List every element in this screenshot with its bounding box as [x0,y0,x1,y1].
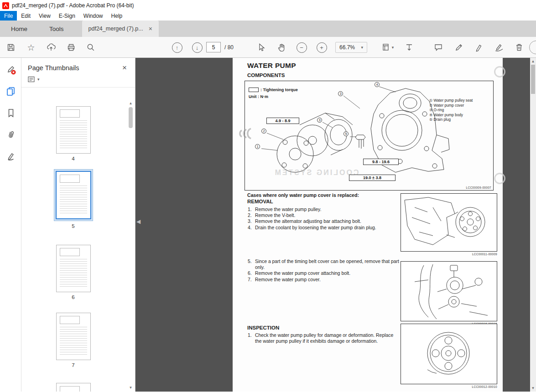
comment-button[interactable] [431,40,446,55]
figure-caption: LCC00009-00007 [466,186,491,189]
sidebar-item-signatures[interactable] [4,149,18,163]
page-display-button[interactable]: ▾ [378,40,398,55]
panel-collapse-icon[interactable]: ◀ [136,218,141,225]
tab-document[interactable]: pdf24_merged (7).p... × [82,21,159,37]
bleed-through-mark [234,126,255,141]
scrolling-mode-button[interactable] [401,40,417,55]
section-heading: Cases where only water pump cover is rep… [247,192,359,198]
delete-pages-button[interactable] [511,40,527,55]
scrollbar-thumb[interactable] [129,107,133,128]
minus-icon: − [297,42,307,53]
thumbnail-page-8[interactable] [21,383,125,392]
tab-home[interactable]: Home [0,21,38,37]
arrow-down-icon: ↓ [192,42,203,53]
step-item: 6.Remove the water pump cover attaching … [248,270,401,276]
removal-steps-1-4: 1.Remove the water pump pulley. 2.Remove… [248,206,401,231]
page-thumbnails-panel: Page Thumbnails × ▾ 4 5 [21,58,135,392]
thumbnail-page-7[interactable]: 7 [21,313,125,368]
step-item: 2.Remove the V-belt. [248,212,401,218]
menu-window[interactable]: Window [79,11,107,21]
pencil-icon [454,43,463,52]
step-item: 5.Since a part of the timing belt cover … [248,258,401,270]
parts-list: ① Water pump pulley seat ② Water pump co… [429,98,473,123]
close-icon[interactable]: × [149,25,152,32]
removal-steps-5-7: 5.Since a part of the timing belt cover … [248,258,401,283]
page-thumbnails-icon [5,86,16,97]
page-count-label: / 80 [224,44,234,51]
chevron-down-icon: ▾ [37,77,40,82]
part-item: ① Water pump pulley seat [429,98,473,103]
thumbnail-page-4[interactable]: 4 [21,106,125,161]
more-tools-icon[interactable] [529,41,536,54]
menu-view[interactable]: View [35,11,55,21]
plus-icon: + [317,42,327,53]
close-icon[interactable]: × [122,64,127,72]
scroll-down-icon[interactable]: ▼ [530,386,536,390]
page-number-input[interactable] [206,42,221,52]
step-text: Since a part of the timing belt cover ca… [255,258,401,270]
select-tool-button[interactable] [254,40,269,55]
favorite-button[interactable]: ☆ [23,40,39,55]
callout-number: 1 [255,144,260,149]
share-button[interactable] [43,40,59,55]
panel-divider [21,87,135,88]
figure-2-sketch [401,262,498,322]
step-item: 7.Remove the water pump cover. [248,277,401,283]
legend-unit: Unit : N·m [249,94,268,99]
thumbnail-page-6[interactable]: 6 [21,245,125,300]
edit-pdf-button[interactable] [451,40,467,55]
menu-esign[interactable]: E-Sign [55,11,79,21]
step-number: 6. [248,270,255,276]
figure-pump-removal [401,193,497,252]
fill-sign-button[interactable] [471,40,487,55]
thumbnail-options-button[interactable]: ▾ [28,76,40,87]
scroll-up-icon[interactable]: ▲ [128,101,134,105]
figure-caption: LCC00012-00010 [401,385,497,388]
thumbnail-preview [56,383,91,392]
menu-file[interactable]: File [0,11,17,21]
sidebar-item-attachments[interactable] [4,127,18,141]
zoom-out-button[interactable]: − [294,40,309,55]
save-button[interactable] [3,40,19,55]
sidebar-item-page-thumbnails[interactable] [4,84,18,98]
step-item: 3.Remove the alternator adjusting bar at… [248,218,401,224]
hand-tool-button[interactable] [274,40,289,55]
figure-3-sketch [401,324,498,385]
step-number: 1. [248,206,255,212]
step-number: 5. [248,258,255,270]
callout-number: 3 [317,118,322,123]
part-item: ⑤ Drain plug [429,118,473,123]
document-tab-label: pdf24_merged (7).p... [88,26,143,32]
search-button[interactable] [83,40,99,55]
punch-hole [494,66,505,77]
step-text: Remove the water pump pulley. [255,206,321,212]
scroll-up-icon[interactable]: ▲ [530,59,536,63]
window-title: pdf24_merged (7).pdf - Adobe Acrobat Pro… [12,2,134,9]
panel-header: Page Thumbnails × [21,58,135,75]
thumbnail-scrollbar[interactable]: ▲ ▼ [128,100,134,392]
tab-tools[interactable]: Tools [38,21,75,37]
previous-page-button[interactable]: ↑ [169,40,185,55]
signature-icon [6,151,16,161]
print-button[interactable] [63,40,79,55]
thumbnail-number: 4 [72,156,74,161]
tool-alert-icon [5,64,16,75]
thumbnail-page-5-selected[interactable]: 5 [21,169,125,229]
scroll-down-icon[interactable]: ▼ [128,386,134,390]
torque-value: 4.9 - 8.9 [266,118,299,124]
scrollbar-thumb[interactable] [531,65,535,94]
chevron-down-icon: ▾ [392,45,394,50]
menu-help[interactable]: Help [107,11,127,21]
menu-edit[interactable]: Edit [17,11,35,21]
sidebar-item-alert[interactable] [4,62,18,77]
chevron-down-icon: ▾ [361,45,363,50]
arrow-up-icon: ↑ [172,42,182,53]
selection-outline [54,169,93,221]
document-scrollbar[interactable]: ▲ ▼ [530,58,536,392]
sidebar-item-bookmarks[interactable] [4,106,18,120]
zoom-level-dropdown[interactable]: 66.7% ▾ [335,42,367,53]
thumbnail-number: 5 [72,223,74,229]
next-page-button[interactable]: ↓ [189,40,205,55]
request-signature-button[interactable] [491,40,507,55]
zoom-in-button[interactable]: + [314,40,329,55]
